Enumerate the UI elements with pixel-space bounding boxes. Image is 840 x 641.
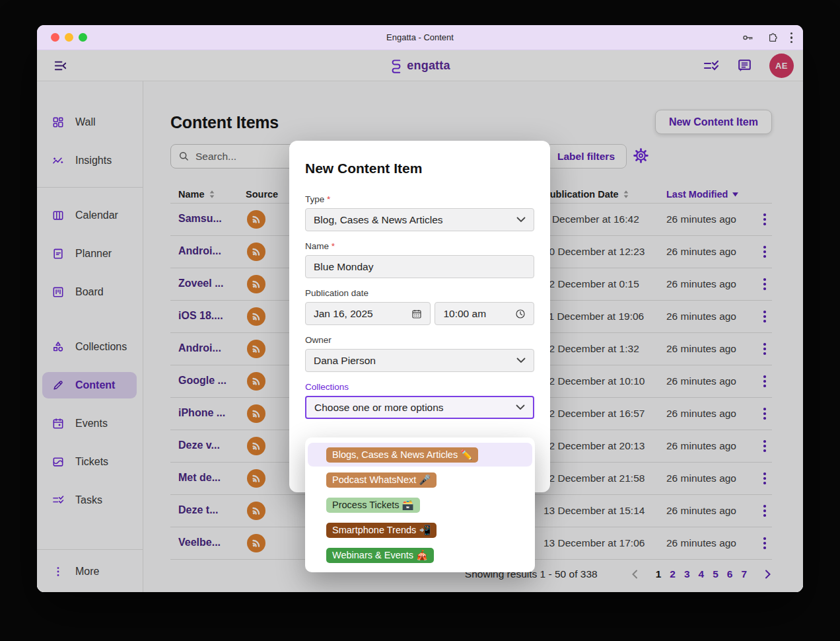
collection-tag: Podcast WhatsNext 🎤 bbox=[326, 472, 437, 488]
collection-tag: Smartphone Trends 📲 bbox=[326, 523, 437, 538]
extensions-icon[interactable] bbox=[767, 32, 778, 44]
collections-select[interactable]: Choose one or more options bbox=[305, 396, 534, 419]
close-window-button[interactable] bbox=[51, 33, 59, 42]
chevron-down-icon bbox=[516, 217, 526, 223]
dropdown-option[interactable]: Process Tickets 🗃️ bbox=[308, 493, 532, 517]
collections-dropdown: Blogs, Cases & News Articles ✏️ Podcast … bbox=[305, 437, 535, 572]
traffic-lights bbox=[51, 33, 87, 42]
calendar-icon bbox=[411, 309, 422, 319]
chevron-down-icon bbox=[516, 404, 525, 410]
name-label: Name * bbox=[305, 241, 534, 251]
titlebar: Engatta - Content bbox=[37, 25, 803, 50]
collection-tag: Blogs, Cases & News Articles ✏️ bbox=[326, 447, 478, 463]
required-asterisk: * bbox=[332, 241, 335, 251]
modal-title: New Content Item bbox=[305, 161, 534, 176]
publication-date-label: Publication date bbox=[305, 288, 534, 298]
dropdown-option[interactable]: Smartphone Trends 📲 bbox=[308, 518, 532, 542]
owner-label: Owner bbox=[305, 335, 534, 345]
owner-select[interactable]: Dana Pierson bbox=[305, 349, 534, 372]
type-select[interactable]: Blog, Cases & News Articles bbox=[305, 208, 534, 231]
dropdown-option[interactable]: Podcast WhatsNext 🎤 bbox=[308, 468, 532, 492]
required-asterisk: * bbox=[327, 194, 330, 204]
collections-label: Collections bbox=[305, 382, 534, 392]
collection-tag: Process Tickets 🗃️ bbox=[326, 498, 420, 513]
browser-menu-icon[interactable] bbox=[790, 32, 793, 44]
chevron-down-icon bbox=[516, 358, 526, 363]
type-label: Type * bbox=[305, 194, 534, 204]
collection-tag: Webinars & Events 🎪 bbox=[326, 548, 434, 563]
time-input[interactable]: 10:00 am bbox=[435, 302, 534, 325]
minimize-window-button[interactable] bbox=[65, 33, 73, 42]
dropdown-option[interactable]: Blogs, Cases & News Articles ✏️ bbox=[308, 443, 532, 467]
window-title: Engatta - Content bbox=[37, 32, 803, 42]
dropdown-option[interactable]: Webinars & Events 🎪 bbox=[308, 543, 532, 567]
key-icon[interactable] bbox=[742, 32, 754, 43]
name-input[interactable]: Blue Monday bbox=[305, 255, 534, 278]
clock-icon bbox=[515, 309, 526, 319]
app-window: Engatta - Content engatta bbox=[37, 25, 803, 592]
zoom-window-button[interactable] bbox=[79, 33, 87, 42]
date-input[interactable]: Jan 16, 2025 bbox=[305, 302, 431, 325]
